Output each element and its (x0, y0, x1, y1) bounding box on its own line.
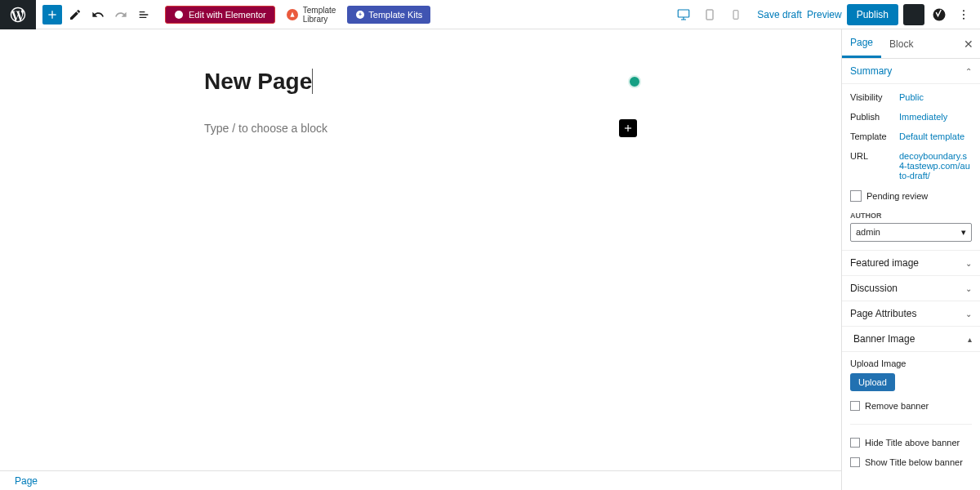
toolbar-right-group: Save draft Preview Publish (674, 4, 973, 25)
upload-image-label: Upload Image (850, 359, 972, 368)
plus-icon (622, 122, 634, 134)
banner-image-body: Upload Image Upload Remove banner Hide T… (842, 352, 980, 479)
svg-point-0 (175, 11, 183, 19)
mobile-icon (730, 9, 742, 20)
pending-review-checkbox[interactable] (850, 190, 862, 202)
hide-title-above-row: Hide Title above banner (850, 433, 972, 452)
svg-rect-4 (733, 10, 738, 19)
summary-panel-body: VisibilityPublic PublishImmediately Temp… (842, 84, 980, 251)
discussion-panel-header[interactable]: Discussion ⌄ (842, 276, 980, 301)
svg-point-7 (963, 14, 964, 16)
svg-point-6 (963, 10, 964, 11)
undo-icon (91, 8, 105, 21)
envato-icon (287, 9, 298, 20)
template-library-button[interactable]: Template Library (287, 6, 336, 24)
remove-banner-row: Remove banner (850, 396, 972, 416)
chevron-down-icon: ▾ (961, 227, 966, 238)
desktop-view-button[interactable] (674, 5, 693, 24)
author-select[interactable]: admin ▾ (850, 223, 972, 242)
chevron-up-icon: ⌃ (965, 67, 972, 76)
desktop-icon (676, 7, 691, 22)
edit-mode-button[interactable] (65, 5, 85, 24)
top-toolbar: Edit with Elementor Template Library Tem… (0, 0, 980, 29)
remove-banner-label: Remove banner (865, 401, 929, 411)
tablet-icon (703, 8, 716, 21)
edit-with-elementor-button[interactable]: Edit with Elementor (165, 6, 275, 24)
url-value[interactable]: decoyboundary.s4-tastewp.com/auto-draft/ (899, 151, 972, 180)
kebab-icon (957, 8, 970, 21)
featured-image-label: Featured image (850, 257, 919, 269)
banner-image-label: Banner Image (853, 333, 915, 345)
elementor-icon (174, 10, 184, 20)
redo-button[interactable] (111, 5, 131, 24)
template-value[interactable]: Default template (899, 131, 972, 141)
yoast-button[interactable] (929, 5, 949, 24)
sidebar-tabs: Page Block ✕ (842, 29, 980, 59)
redo-icon (114, 8, 127, 21)
yoast-icon (932, 7, 947, 22)
url-key: URL (850, 151, 899, 180)
mobile-view-button[interactable] (726, 5, 746, 24)
document-outline-button[interactable] (134, 5, 154, 24)
tablet-view-button[interactable] (700, 5, 719, 24)
add-block-button[interactable] (42, 5, 62, 24)
bottom-breadcrumb-bar: Page (0, 470, 841, 490)
template-kits-button[interactable]: Template Kits (347, 6, 430, 24)
close-sidebar-button[interactable]: ✕ (964, 38, 973, 51)
grammarly-status-icon[interactable] (628, 75, 641, 88)
template-key: Template (850, 131, 899, 141)
save-draft-button[interactable]: Save draft (757, 9, 802, 20)
show-title-below-row: Show Title below banner (850, 452, 972, 472)
wordpress-icon (9, 6, 27, 24)
chevron-down-icon: ⌄ (965, 259, 972, 268)
main-area: New Page Type / to choose a block Page P… (0, 29, 980, 490)
pencil-icon (69, 8, 82, 21)
options-menu-button[interactable] (954, 5, 973, 24)
tab-block[interactable]: Block (881, 29, 921, 58)
discussion-label: Discussion (850, 283, 898, 294)
svg-rect-3 (706, 10, 713, 20)
publish-button[interactable]: Publish (847, 4, 898, 25)
wordpress-logo[interactable] (0, 0, 36, 29)
visibility-value[interactable]: Public (899, 92, 972, 102)
tab-page[interactable]: Page (842, 29, 881, 58)
preview-button[interactable]: Preview (807, 9, 842, 20)
toolbar-left-group: Edit with Elementor Template Library Tem… (42, 5, 430, 24)
svg-point-8 (963, 17, 964, 19)
svg-rect-2 (679, 10, 690, 17)
pending-review-label: Pending review (866, 191, 928, 201)
banner-image-panel-header[interactable]: Banner Image ▴ (842, 327, 980, 352)
upload-button[interactable]: Upload (850, 373, 895, 391)
author-label: AUTHOR (850, 212, 972, 220)
summary-panel-header[interactable]: Summary ⌃ (842, 59, 980, 84)
remove-banner-checkbox[interactable] (850, 401, 860, 411)
device-preview-group (674, 5, 746, 24)
download-icon (355, 10, 365, 20)
chevron-down-icon: ⌄ (965, 284, 972, 293)
featured-image-panel-header[interactable]: Featured image ⌄ (842, 251, 980, 276)
page-attributes-label: Page Attributes (850, 308, 916, 319)
undo-button[interactable] (88, 5, 108, 24)
editor-canvas: New Page Type / to choose a block Page (0, 29, 841, 490)
title-row: New Page (204, 69, 637, 95)
template-kits-label: Template Kits (368, 10, 422, 20)
block-placeholder[interactable]: Type / to choose a block (204, 122, 327, 135)
outline-icon (137, 8, 150, 21)
hide-title-above-label: Hide Title above banner (865, 438, 960, 448)
block-inserter-row: Type / to choose a block (204, 119, 637, 137)
publish-value[interactable]: Immediately (899, 112, 972, 122)
settings-button[interactable] (903, 4, 924, 25)
page-title-input[interactable]: New Page (204, 69, 313, 94)
show-title-below-checkbox[interactable] (850, 457, 860, 467)
add-block-inline-button[interactable] (619, 119, 637, 137)
chevron-down-icon: ⌄ (965, 310, 972, 318)
hide-title-above-checkbox[interactable] (850, 438, 860, 448)
visibility-key: Visibility (850, 92, 899, 102)
page-attributes-panel-header[interactable]: Page Attributes ⌄ (842, 301, 980, 327)
publish-key: Publish (850, 112, 899, 122)
breadcrumb[interactable]: Page (15, 475, 38, 487)
settings-sidebar: Page Block ✕ Summary ⌃ VisibilityPublic … (841, 29, 980, 490)
template-library-label: Template Library (303, 6, 336, 24)
author-value: admin (856, 227, 880, 238)
plus-icon (46, 8, 59, 21)
